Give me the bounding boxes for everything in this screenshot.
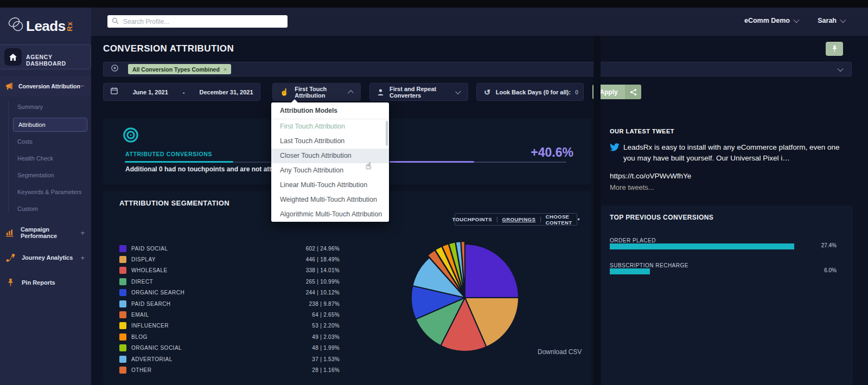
legend-item-display[interactable]: DISPLAY446 | 18.49% [119, 254, 340, 265]
dropdown-item-last-touch-attribution[interactable]: Last Touch Attribution [271, 134, 389, 149]
dropdown-item-weighted-multi-touch-attribution[interactable]: Weighted Multi-Touch Attribution [271, 193, 389, 207]
home-icon [4, 48, 22, 66]
dropdown-item-algorithmic-multi-touch-attribution[interactable]: Algorithmic Multi-Touch Attribution [271, 207, 389, 222]
legend-value: 49 | 2.03% [312, 334, 340, 340]
pie-legend: PAID SOCIAL602 | 24.96%DISPLAY446 | 18.4… [119, 243, 340, 376]
choose-content-menu[interactable]: CHOOSE CONTENT [546, 214, 572, 226]
sidebar-item-label: Conversion Attribution [18, 83, 80, 89]
legend-swatch [119, 256, 126, 263]
person-icon [377, 88, 384, 96]
legend-swatch [119, 311, 126, 318]
attributed-conversions-note: Additional 0 had no touchpoints and are … [125, 165, 293, 173]
progress-track-dim [474, 162, 566, 163]
dropdown-items: First Touch AttributionLast Touch Attrib… [271, 119, 389, 222]
sidebar-item-attribution[interactable]: Attribution [13, 118, 87, 132]
sidebar-item-keywords-parameters[interactable]: Keywords & Parameters [0, 184, 91, 201]
calendar-icon [110, 87, 118, 97]
sidebar-item-custom[interactable]: Custom [0, 201, 91, 217]
converters-dropdown-trigger[interactable]: First and Repeat Converters [369, 83, 468, 101]
dropdown-item-first-touch-attribution[interactable]: First Touch Attribution [271, 119, 389, 134]
dropdown-item-closer-touch-attribution[interactable]: Closer Touch Attribution [271, 149, 389, 163]
sidebar-item-campaign-performance[interactable]: Campaign Performance + [0, 224, 91, 241]
legend-value: 53 | 2.20% [312, 323, 340, 329]
bar-category-label: SUBSCRIPTION RECHARGE [610, 262, 688, 268]
sidebar-item-agency-dashboard[interactable]: AGENCY DASHBOARD [0, 44, 91, 69]
attribution-model-dropdown-trigger[interactable]: ☝ First Touch Attribution [272, 83, 361, 101]
legend-label: PAID SOCIAL [131, 246, 168, 252]
collapse-icon[interactable]: − [80, 82, 84, 90]
expand-icon[interactable]: + [80, 254, 85, 262]
dropdown-item-linear-multi-touch-attribution[interactable]: Linear Multi-Touch Attribution [271, 178, 389, 193]
segmentation-pie[interactable] [405, 238, 525, 357]
lookback-days-control[interactable]: ↺ Look Back Days (0 for all): 0 [476, 83, 584, 101]
legend-item-other[interactable]: OTHER28 | 1.16% [119, 364, 340, 375]
legend-item-organic-search[interactable]: ORGANIC SEARCH244 | 10.12% [119, 287, 340, 298]
share-button[interactable] [625, 85, 641, 99]
sidebar-item-costs[interactable]: Costs [0, 133, 91, 150]
legend-item-advertorial[interactable]: ADVERTORIAL37 | 1.53% [119, 354, 340, 364]
tab-groupings[interactable]: GROUPINGS [502, 216, 536, 222]
date-range-picker[interactable]: June 1, 2021 - December 31, 2021 [103, 83, 260, 101]
tweet-text: LeadsRx is easy to install with any eCom… [610, 142, 846, 163]
sidebar-item-label: Campaign Performance [21, 226, 81, 239]
search-input[interactable] [122, 17, 283, 26]
legend-value: 64 | 2.65% [312, 312, 340, 318]
legend-item-email[interactable]: EMAIL64 | 2.65% [119, 309, 340, 320]
dropdown-scrollbar[interactable] [386, 121, 388, 146]
bar-value-label: 27.4% [821, 242, 837, 248]
chip-close-icon[interactable]: × [224, 66, 227, 73]
sidebar-item-summary[interactable]: Summary [0, 99, 91, 116]
bar-track [610, 243, 794, 249]
tweet-text-content: LeadsRx is easy to install with any eCom… [623, 143, 839, 162]
legend-item-paid-social[interactable]: PAID SOCIAL602 | 24.96% [119, 243, 340, 254]
legend-swatch [119, 278, 126, 285]
latest-tweet-card: OUR LATEST TWEET LeadsRx is easy to inst… [601, 120, 853, 198]
legend-swatch [119, 245, 126, 252]
download-csv-link[interactable]: Download CSV [538, 348, 582, 356]
bar-value-label: 6.0% [824, 267, 837, 273]
share-icon [630, 88, 637, 96]
segmentation-view-tabs: TOUCHPOINTS | GROUPINGS | CHOOSE CONTENT… [455, 213, 577, 226]
legend-item-paid-search[interactable]: PAID SEARCH238 | 9.87% [119, 298, 340, 309]
sidebar-item-pin-reports[interactable]: Pin Reports [0, 274, 91, 291]
legend-value: 265 | 10.99% [306, 279, 340, 285]
search-icon [112, 17, 119, 27]
legend-item-organic-social[interactable]: ORGANIC SOCIAL48 | 1.99% [119, 343, 340, 354]
sidebar-item-segmentation[interactable]: Segmentation [0, 167, 91, 184]
conversion-types-bar[interactable]: All Conversion Types Combined × [103, 62, 852, 76]
app-canvas: Leads Rx AGENCY DASHBOARD Conversion Att… [0, 0, 868, 385]
more-tweets-link[interactable]: More tweets... [610, 183, 654, 191]
conversion-type-chip[interactable]: All Conversion Types Combined × [128, 64, 231, 74]
pie-slice-paid-social[interactable] [465, 244, 519, 298]
lookback-value[interactable]: 0 [575, 89, 578, 95]
account-menu[interactable]: eComm Demo [744, 17, 799, 24]
sidebar-item-journey-analytics[interactable]: Journey Analytics + [0, 249, 91, 266]
legend-item-influencer[interactable]: INFLUENCER53 | 2.20% [119, 320, 340, 331]
bar-track [610, 268, 794, 274]
user-menu[interactable]: Sarah [818, 17, 845, 24]
dropdown-notch [291, 99, 298, 103]
journey-route-icon [5, 253, 16, 262]
search-box[interactable] [107, 15, 288, 28]
legend-item-direct[interactable]: DIRECT265 | 10.99% [119, 276, 340, 287]
conversion-change-value: +40.6% [531, 145, 573, 160]
chevron-down-icon [793, 17, 799, 23]
dropdown-item-any-touch-attribution[interactable]: Any Touch Attribution [271, 163, 389, 178]
sidebar-item-health-check[interactable]: Health Check [0, 150, 91, 167]
brand-name: Leads [26, 18, 66, 35]
chevron-down-icon[interactable] [837, 65, 843, 71]
chevron-down-icon [840, 17, 846, 23]
legend-item-wholesale[interactable]: WHOLESALE338 | 14.01% [119, 265, 340, 276]
legend-label: EMAIL [131, 312, 149, 318]
pin-page-button[interactable] [826, 42, 843, 56]
legend-label: DIRECT [131, 279, 153, 285]
brand-logo[interactable]: Leads Rx [8, 14, 74, 38]
sidebar-item-label: Pin Reports [22, 279, 55, 286]
sidebar-item-conversion-attribution[interactable]: Conversion Attribution − [0, 76, 91, 97]
legend-item-blog[interactable]: BLOG49 | 2.03% [119, 331, 340, 342]
legend-label: WHOLESALE [131, 267, 168, 273]
expand-icon[interactable]: + [80, 229, 85, 237]
tab-touchpoints[interactable]: TOUCHPOINTS [452, 216, 492, 222]
attribution-model-value: First Touch Attribution [295, 86, 349, 99]
tweet-link[interactable]: https://t.co/oVPWvWfhYe [610, 172, 691, 180]
